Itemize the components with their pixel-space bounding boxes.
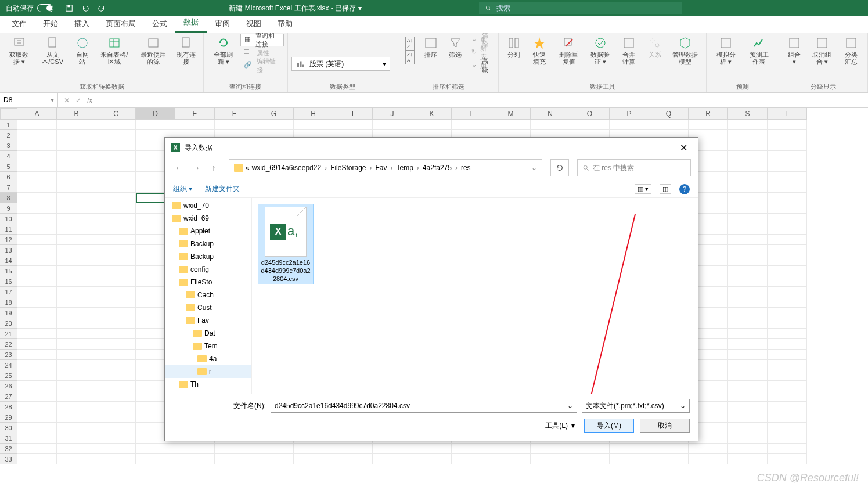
cell[interactable] (728, 266, 768, 276)
cell[interactable] (57, 245, 96, 255)
row-header[interactable]: 10 (0, 214, 17, 224)
column-header[interactable]: T (768, 108, 807, 120)
cell[interactable] (728, 381, 768, 391)
column-header[interactable]: R (689, 108, 728, 120)
cell[interactable] (491, 444, 531, 454)
sort-button[interactable]: 排序 (419, 34, 442, 60)
column-header[interactable]: A (17, 108, 57, 120)
from-web-button[interactable]: 自网站 (71, 34, 94, 67)
column-header[interactable]: K (412, 108, 452, 120)
cell[interactable] (610, 120, 649, 130)
tab-data[interactable]: 数据 (175, 13, 207, 33)
cell[interactable] (57, 161, 96, 172)
cell[interactable] (768, 182, 807, 193)
cell[interactable] (57, 454, 96, 464)
cell[interactable] (57, 370, 96, 381)
preview-pane-button[interactable]: ◫ (660, 184, 671, 194)
cell[interactable] (728, 370, 768, 381)
tab-review[interactable]: 审阅 (207, 15, 238, 33)
refresh-button[interactable] (550, 159, 569, 176)
cell[interactable] (57, 412, 96, 423)
cell[interactable] (728, 255, 768, 266)
cell[interactable] (57, 297, 96, 308)
tree-node[interactable]: Cust (165, 301, 251, 314)
cell[interactable] (17, 287, 57, 297)
enter-icon[interactable]: ✓ (75, 96, 81, 105)
tab-file[interactable]: 文件 (3, 15, 35, 33)
existing-connections-button[interactable]: 现有连接 (173, 34, 200, 67)
cell[interactable] (57, 151, 96, 161)
row-header[interactable]: 5 (0, 161, 17, 172)
cell[interactable] (57, 266, 96, 276)
cell[interactable] (768, 130, 807, 140)
cell[interactable] (768, 276, 807, 287)
tree-node[interactable]: Fav (165, 314, 251, 327)
cell[interactable] (96, 151, 136, 161)
cell[interactable] (17, 318, 57, 329)
cell[interactable] (57, 308, 96, 318)
cell[interactable] (96, 255, 136, 266)
cell[interactable] (689, 454, 728, 464)
cell[interactable] (728, 329, 768, 339)
from-table-button[interactable]: 来自表格/区域 (95, 34, 134, 67)
tab-insert[interactable]: 插入 (66, 15, 98, 33)
cell[interactable] (17, 235, 57, 245)
cell[interactable] (57, 255, 96, 266)
cell[interactable] (728, 433, 768, 444)
cell[interactable] (728, 245, 768, 255)
cell[interactable] (57, 203, 96, 214)
chevron-down-icon[interactable]: ⌄ (567, 402, 573, 410)
cell[interactable] (57, 433, 96, 444)
cell[interactable] (17, 255, 57, 266)
cell[interactable] (531, 444, 570, 454)
row-header[interactable]: 22 (0, 339, 17, 350)
cell[interactable] (17, 444, 57, 454)
dialog-search[interactable]: 在 res 中搜索 (577, 159, 691, 176)
cell[interactable] (57, 130, 96, 140)
column-header[interactable]: C (96, 108, 136, 120)
column-header[interactable]: D (136, 108, 175, 120)
cell[interactable] (57, 276, 96, 287)
cell[interactable] (333, 120, 373, 130)
row-header[interactable]: 16 (0, 276, 17, 287)
row-header[interactable]: 27 (0, 391, 17, 402)
row-header[interactable]: 4 (0, 151, 17, 161)
row-header[interactable]: 15 (0, 266, 17, 276)
cell[interactable] (17, 423, 57, 433)
cell[interactable] (254, 120, 294, 130)
cell[interactable] (17, 182, 57, 193)
tree-node[interactable]: 4a (165, 352, 251, 365)
row-header[interactable]: 29 (0, 412, 17, 423)
row-header[interactable]: 21 (0, 329, 17, 339)
cell[interactable] (17, 308, 57, 318)
cell[interactable] (96, 130, 136, 140)
tree-node[interactable]: Backup (165, 250, 251, 263)
row-header[interactable]: 31 (0, 433, 17, 444)
organize-button[interactable]: 组织 ▾ (173, 184, 192, 194)
cell[interactable] (768, 235, 807, 245)
column-header[interactable]: I (333, 108, 373, 120)
cell[interactable] (136, 444, 175, 454)
cell[interactable] (17, 402, 57, 412)
cell[interactable] (57, 287, 96, 297)
tree-node[interactable]: r (165, 365, 251, 378)
data-model-button[interactable]: 管理数据模型 (668, 34, 703, 67)
cell[interactable] (57, 402, 96, 412)
cell[interactable] (96, 370, 136, 381)
cell[interactable] (768, 151, 807, 161)
cell[interactable] (768, 423, 807, 433)
cell[interactable] (728, 120, 768, 130)
cell[interactable] (17, 276, 57, 287)
cell[interactable] (57, 391, 96, 402)
row-header[interactable]: 32 (0, 444, 17, 454)
cell[interactable] (531, 120, 570, 130)
row-header[interactable]: 20 (0, 318, 17, 329)
cell[interactable] (728, 287, 768, 297)
cell[interactable] (570, 454, 610, 464)
column-header[interactable]: N (531, 108, 570, 120)
file-item[interactable]: Xa, d245d9cc2a1e16d434d999c7d0a22804.csv (258, 204, 314, 284)
cell[interactable] (96, 297, 136, 308)
cell[interactable] (728, 350, 768, 360)
save-icon[interactable] (65, 4, 73, 12)
close-button[interactable]: ✕ (675, 139, 692, 156)
